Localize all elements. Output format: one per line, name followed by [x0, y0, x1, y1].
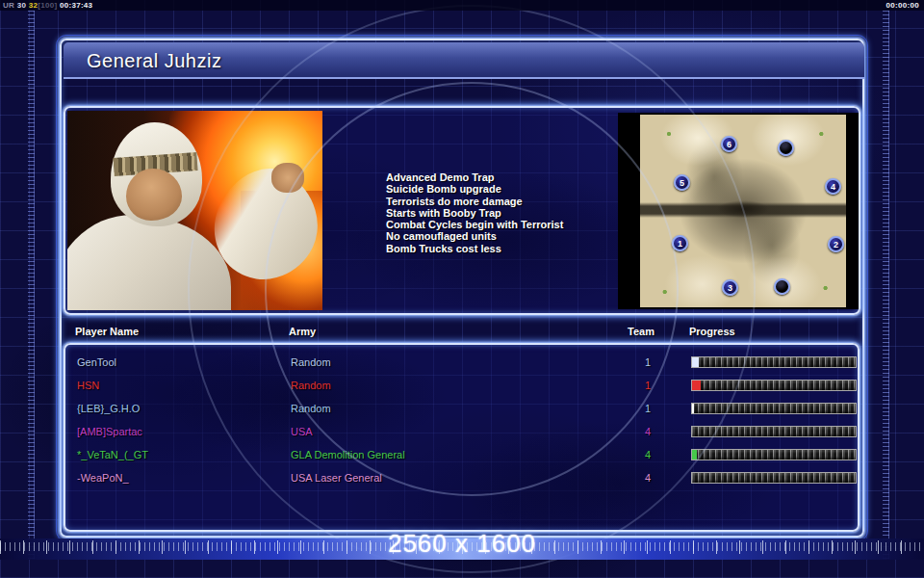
match-clock: 00:00:00	[886, 1, 919, 10]
resolution-label: 2560 x 1600	[0, 529, 924, 559]
player-team: 4	[633, 449, 662, 460]
progress-bar-fill	[692, 450, 697, 460]
player-team: 1	[633, 403, 662, 414]
start-position-marker-3: 3	[722, 279, 738, 296]
player-army: Random	[291, 356, 331, 368]
start-position-marker-6: 6	[721, 136, 737, 152]
player-row: {LEB}_G.H.ORandom1	[65, 399, 858, 422]
player-name: HSN	[77, 380, 99, 391]
start-position-marker-5: 5	[674, 174, 690, 191]
column-header-team: Team	[628, 326, 654, 337]
trait-line: No camouflaged units	[386, 230, 655, 242]
general-info-panel: Advanced Demo TrapSuicide Bomb upgradeTe…	[64, 106, 860, 315]
player-team: 1	[633, 356, 662, 368]
progress-bar-fill	[692, 404, 694, 413]
start-position-marker-4: 4	[825, 178, 841, 195]
trait-line: Terrorists do more damage	[386, 196, 655, 207]
player-row: -WeaPoN_USA Laser General4	[65, 468, 858, 491]
player-army: Random	[291, 403, 331, 414]
player-name: -WeaPoN_	[77, 472, 129, 484]
page-title: General Juhziz	[87, 50, 221, 72]
gentool-label: UR	[3, 1, 14, 10]
player-name: [AMB]Spartac	[77, 426, 142, 437]
general-portrait	[67, 111, 322, 310]
gentool-ping: 32	[29, 1, 38, 10]
player-row: GenToolRandom1	[65, 353, 858, 376]
progress-bar-fill	[692, 357, 699, 367]
progress-bar	[691, 356, 857, 368]
gentool-session-time: 00:37:43	[60, 1, 92, 10]
trait-line: Advanced Demo Trap	[386, 171, 655, 183]
column-header-progress: Progress	[689, 326, 735, 337]
right-ruler	[883, 11, 889, 559]
left-ruler	[28, 11, 35, 559]
progress-bar	[691, 380, 857, 391]
trait-line: Combat Cycles begin with Terrorist	[386, 219, 655, 230]
start-position-marker-2: 2	[828, 236, 844, 252]
status-bar: UR 30 32[100] 00:37:43 00:00:00	[0, 0, 924, 11]
progress-bar	[691, 403, 857, 414]
loading-screen: UR 30 32[100] 00:37:43 00:00:00 General …	[0, 0, 924, 578]
player-row: *_VeTaN_(_GTGLA Demolition General4	[65, 445, 858, 468]
portrait-hand	[271, 163, 304, 193]
minimap: 654123	[618, 113, 859, 309]
player-team: 1	[633, 380, 662, 391]
player-army: GLA Demolition General	[291, 449, 405, 460]
gentool-fps: 30	[17, 1, 27, 10]
column-header-player-name: Player Name	[75, 326, 139, 337]
player-name: {LEB}_G.H.O	[77, 403, 140, 414]
player-army: USA Laser General	[291, 472, 382, 484]
start-position-marker	[778, 140, 794, 156]
start-position-marker	[774, 278, 790, 295]
column-header-army: Army	[289, 326, 316, 337]
player-row: HSNRandom1	[65, 376, 858, 399]
player-name: *_VeTaN_(_GT	[77, 449, 148, 460]
progress-bar	[691, 426, 857, 437]
start-position-marker-1: 1	[672, 235, 688, 251]
minimap-terrain: 654123	[640, 115, 846, 307]
title-bar: General Juhziz	[64, 42, 864, 79]
player-army: USA	[291, 426, 313, 437]
progress-bar-fill	[692, 381, 701, 390]
progress-bar	[691, 472, 857, 484]
portrait-face	[126, 169, 182, 221]
gentool-bracket: [100]	[38, 1, 57, 10]
player-army: Random	[291, 380, 331, 391]
gentool-overlay: UR 30 32[100] 00:37:43	[3, 1, 92, 10]
trait-line: Starts with Booby Trap	[386, 207, 655, 219]
player-team: 4	[633, 472, 662, 484]
progress-bar	[691, 449, 857, 460]
player-table: GenToolRandom1HSNRandom1{LEB}_G.H.ORando…	[64, 343, 860, 532]
player-table-header: Player Name Army Team Progress	[64, 326, 860, 341]
player-team: 4	[633, 426, 662, 437]
player-row: [AMB]SpartacUSA4	[65, 422, 858, 445]
general-traits-list: Advanced Demo TrapSuicide Bomb upgradeTe…	[386, 171, 655, 254]
trait-line: Bomb Trucks cost less	[386, 243, 655, 254]
trait-line: Suicide Bomb upgrade	[386, 183, 655, 195]
player-name: GenTool	[77, 356, 116, 368]
